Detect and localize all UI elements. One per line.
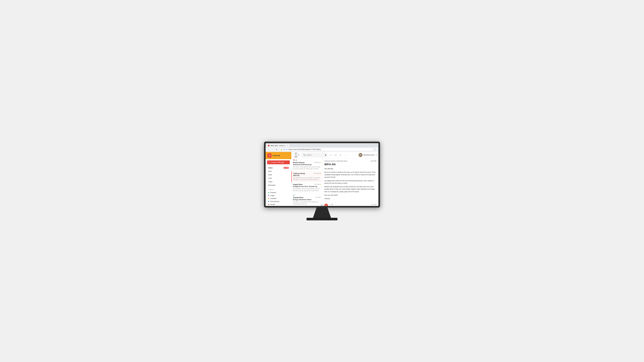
email-thread: Anthony Gorrity to Michelle Stone 5:06 P… xyxy=(322,158,378,206)
monitor-stand xyxy=(313,207,331,218)
thread-message-body: Hey Michelle, My son's school is closed … xyxy=(324,168,376,200)
labels-section: Labels Finance Legal Creative xyxy=(266,187,291,206)
labels-title: Labels xyxy=(268,189,289,190)
body-p3: Mariah and Jacqueline got me their prior… xyxy=(324,185,376,193)
sign-off: Anthony xyxy=(324,197,376,200)
label-social-text: Social xyxy=(270,203,275,205)
unread-dot xyxy=(320,162,320,163)
logo-envelope-icon: ✉ xyxy=(269,154,270,157)
browser-tabs: SMAIL.MAIL - Email inb... × xyxy=(266,143,378,147)
label-creative-dot xyxy=(268,198,269,199)
label-promotional[interactable]: Promotional xyxy=(268,200,289,203)
email-item[interactable]: Angela Davis 4:12 PM Feedback from Val i… xyxy=(291,182,322,193)
user-dropdown-button[interactable]: ▼ xyxy=(376,154,377,156)
inbox-label: Inbox xyxy=(268,167,273,169)
compose-button[interactable]: ✏ Compose Message xyxy=(267,161,290,164)
forward-button[interactable]: → xyxy=(271,148,274,151)
email-content-header: 🗑 ↩ ↩↩ ↪ ··· xyxy=(322,152,378,158)
greeting: Hey Michelle, xyxy=(324,168,376,170)
sidebar-item-trash[interactable]: Trash xyxy=(266,180,291,183)
sidebar-item-reminder[interactable]: Reminder xyxy=(266,183,291,187)
unread-dot xyxy=(320,173,320,174)
avatar: MS xyxy=(358,153,362,157)
compose-label: Compose Message xyxy=(271,162,284,163)
reply-all-icon: ↩↩ xyxy=(334,154,337,156)
logo-icon: ✉ xyxy=(268,154,272,158)
email-item[interactable]: 🔗 Yolanda Rivas 3:47 PM Energy Awareness… xyxy=(291,193,322,206)
trash-label: Trash xyxy=(268,181,272,183)
email-app: ✉ smail.mail ✏ Compose Message Inbox 1,9… xyxy=(266,152,378,206)
email-header: Yolanda Rivas 3:47 PM xyxy=(293,197,320,198)
body-p1: My son's school is closed on this day, s… xyxy=(324,171,376,179)
thread-title: WFH 4/4 xyxy=(324,163,376,166)
search-icon: 🔍 xyxy=(303,154,306,156)
attachment-icon: 🔗 xyxy=(295,159,297,161)
sidebar-item-inbox[interactable]: Inbox 1,939 xyxy=(266,166,291,170)
label-social[interactable]: Social xyxy=(268,203,289,206)
label-creative-text: Creative xyxy=(270,197,276,199)
email-item[interactable]: 📅 🔗 Mariah Almazan 5:06 PM Indonesia xyxy=(291,158,322,171)
email-preview: Hey Michelle, my son's school is closed … xyxy=(293,177,320,181)
email-header: Mariah Almazan 5:06 PM xyxy=(293,162,320,164)
secure-icon: 🔒 xyxy=(281,149,282,150)
reply-time: 4:47 PM xyxy=(371,204,376,205)
reply-avatar: A xyxy=(324,204,328,206)
attachment-icon: 🔗 xyxy=(293,194,295,196)
email-time: 3:47 PM xyxy=(315,197,320,198)
reply-button[interactable]: ↩ xyxy=(329,153,332,157)
tab-favicon xyxy=(268,145,270,146)
email-item[interactable]: Anthony Gorrity 5:01 PM WFH 4/4 Hey Mich… xyxy=(291,171,322,182)
email-preview: Hey team, see attached! Print before our… xyxy=(293,201,320,205)
label-finance[interactable]: Finance xyxy=(268,191,289,194)
label-finance-text: Finance xyxy=(270,191,276,193)
sidebar-item-junk[interactable]: Junk xyxy=(266,177,291,180)
email-subject: Indonesia Photoshoot Q1 xyxy=(293,164,320,166)
thread-from: Anthony Gorrity to Michelle Stone xyxy=(324,160,347,162)
email-subject: WFH 4/4 xyxy=(293,175,320,177)
thread-divider xyxy=(324,202,376,202)
email-header: Angela Davis 4:12 PM xyxy=(293,183,320,185)
reply-all-button[interactable]: ↩↩ xyxy=(334,153,338,157)
email-sender: Yolanda Rivas xyxy=(293,197,303,198)
sidebar-logo: ✉ smail.mail xyxy=(266,152,291,159)
browser-chrome: SMAIL.MAIL - Email inb... × ← → ↻ 🔒 Secu… xyxy=(266,143,378,152)
address-bar[interactable]: 🔒 Secure https://smail.mail/10300/nrgdri… xyxy=(279,148,373,151)
compose-icon: ✏ xyxy=(269,162,270,163)
more-actions-button[interactable]: ··· xyxy=(344,153,347,157)
label-legal[interactable]: Legal xyxy=(268,194,289,197)
refresh-button[interactable]: ↻ xyxy=(275,148,278,151)
back-button[interactable]: ← xyxy=(267,148,270,151)
delete-icon: 🗑 xyxy=(325,154,327,156)
label-creative[interactable]: Creative xyxy=(268,197,289,200)
sidebar: ✉ smail.mail ✏ Compose Message Inbox 1,9… xyxy=(266,152,291,206)
email-sender: Mariah Almazan xyxy=(293,162,304,164)
label-legal-text: Legal xyxy=(270,194,274,196)
forward-button[interactable]: ↪ xyxy=(338,153,342,157)
label-promotional-dot xyxy=(268,201,269,202)
reply-icons: A 🔗 xyxy=(329,204,333,205)
browser-tab-active[interactable]: SMAIL.MAIL - Email inb... × xyxy=(266,144,290,147)
email-subject: Energy Awareness Sheet xyxy=(293,199,320,200)
email-item-icons: 🔗 xyxy=(293,194,320,196)
label-finance-dot xyxy=(268,192,269,193)
label-social-dot xyxy=(268,204,269,205)
browser-menu-button[interactable]: ⋮ xyxy=(374,148,377,151)
browser-toolbar: ← → ↻ 🔒 Secure https://smail.mail/10300/… xyxy=(266,147,378,152)
more-icon: ··· xyxy=(344,154,346,156)
thread-time: 5:06 PM xyxy=(370,160,376,162)
junk-label: Junk xyxy=(268,177,272,179)
draft-label: Draft xyxy=(268,174,272,176)
sort-by-date-button[interactable]: Sort by Date ▼ xyxy=(293,152,301,159)
monitor-brand-logo: hp xyxy=(321,204,323,206)
delete-button[interactable]: 🗑 xyxy=(324,153,328,157)
email-time-text: 3:47 PM xyxy=(315,197,320,198)
tab-close-button[interactable]: × xyxy=(287,145,288,147)
email-list: 📅 🔗 Mariah Almazan 5:06 PM Indonesia xyxy=(291,158,322,206)
nav-items: Inbox 1,939 Sent Draft Junk xyxy=(266,166,291,187)
email-list-panel: Sort by Date ▼ 🔍 📅 xyxy=(291,152,322,206)
inbox-badge: 1,939 xyxy=(284,167,289,169)
logo-text: smail.mail xyxy=(272,155,280,157)
sidebar-item-sent[interactable]: Sent xyxy=(266,170,291,173)
sidebar-item-draft[interactable]: Draft xyxy=(266,173,291,177)
email-subject: Feedback from Val is Thumbs Up xyxy=(293,186,320,187)
